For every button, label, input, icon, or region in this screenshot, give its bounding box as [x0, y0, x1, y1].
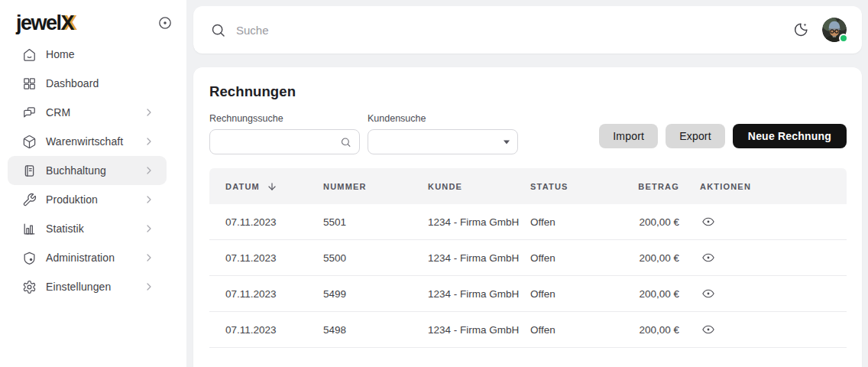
view-invoice-button[interactable] [700, 321, 717, 338]
chevron-right-icon [143, 164, 155, 177]
table-body: 07.11.2023 5501 1234 - Firma GmbH Offen … [209, 204, 847, 348]
user-avatar[interactable] [822, 18, 847, 42]
caret-down-icon [504, 140, 510, 144]
logo-row: jewelXX [0, 0, 186, 38]
sidebar-item-label: Produktion [46, 193, 134, 206]
chevron-right-icon [143, 135, 155, 148]
cell-betrag: 200,00 € [590, 216, 679, 228]
global-search-input[interactable] [236, 24, 789, 37]
page-title: Rechnungen [209, 83, 847, 100]
gear-icon [21, 279, 37, 294]
cell-nummer: 5498 [323, 324, 428, 336]
header-status[interactable]: STATUS [530, 182, 590, 191]
sidebar-item-administration[interactable]: Administration [8, 243, 167, 272]
sidebar-item-label: CRM [46, 106, 134, 119]
actions-group: Import Export Neue Rechnung [599, 124, 847, 148]
customer-search-field: Kundensuche [368, 113, 518, 154]
home-icon [21, 47, 37, 62]
cell-datum: 07.11.2023 [209, 252, 323, 264]
shield-icon [21, 250, 37, 265]
export-button[interactable]: Export [666, 124, 725, 148]
sidebar-item-label: Dashboard [46, 77, 134, 89]
view-invoice-button[interactable] [700, 285, 717, 302]
sidebar-item-label: Buchhaltung [46, 164, 134, 177]
sidebar-item-label: Administration [46, 252, 134, 264]
cell-status: Offen [530, 288, 590, 300]
arrow-down-icon [267, 181, 277, 192]
sidebar: jewelXX Home Dashboard CRM Warenwirtscha… [0, 0, 186, 367]
view-invoice-button[interactable] [700, 249, 717, 266]
table-row[interactable]: 07.11.2023 5499 1234 - Firma GmbH Offen … [209, 276, 847, 312]
sidebar-item-label: Einstellungen [46, 281, 134, 293]
main-area: Rechnungen Rechnungssuche Kundensuche [186, 0, 868, 367]
cell-datum: 07.11.2023 [209, 288, 323, 300]
wrench-icon [21, 192, 37, 207]
ledger-icon [21, 163, 37, 178]
package-icon [21, 134, 37, 149]
table-row[interactable]: 07.11.2023 5500 1234 - Firma GmbH Offen … [209, 240, 847, 276]
sidebar-item-einstellungen[interactable]: Einstellungen [8, 272, 167, 301]
chevron-right-icon [143, 193, 155, 206]
online-status-dot [839, 34, 848, 43]
eye-icon [701, 251, 715, 265]
cell-betrag: 200,00 € [590, 288, 679, 300]
moon-star-icon [792, 21, 809, 38]
sidebar-item-home[interactable]: Home [8, 40, 167, 69]
sidebar-nav: Home Dashboard CRM Warenwirtschaft Buchh… [0, 40, 186, 301]
cell-betrag: 200,00 € [590, 324, 679, 336]
chevron-right-icon [143, 222, 155, 235]
search-icon [340, 136, 351, 148]
cell-nummer: 5501 [323, 216, 428, 228]
cell-kunde: 1234 - Firma GmbH [428, 288, 530, 300]
bar-chart-icon [21, 221, 37, 236]
customer-search-select[interactable] [368, 129, 518, 154]
sidebar-item-produktion[interactable]: Produktion [8, 185, 167, 214]
customer-search-input[interactable] [368, 130, 517, 154]
search-icon [210, 22, 226, 38]
header-kunde[interactable]: KUNDE [428, 182, 530, 191]
header-aktionen: AKTIONEN [679, 182, 847, 191]
chevron-right-icon [143, 106, 155, 119]
cell-kunde: 1234 - Firma GmbH [428, 324, 530, 336]
table-header-row: DATUM NUMMER KUNDE STATUS BETRAG AKTIONE… [209, 168, 847, 204]
invoice-search-input[interactable] [210, 130, 359, 154]
table-row[interactable]: 07.11.2023 5501 1234 - Firma GmbH Offen … [209, 204, 847, 240]
dashboard-icon [21, 76, 37, 91]
dark-mode-toggle[interactable] [789, 18, 812, 41]
header-datum[interactable]: DATUM [209, 181, 323, 192]
sidebar-item-label: Warenwirtschaft [46, 135, 134, 148]
cell-betrag: 200,00 € [590, 252, 679, 264]
view-invoice-button[interactable] [700, 213, 717, 230]
invoices-card: Rechnungen Rechnungssuche Kundensuche [193, 67, 862, 367]
header-betrag[interactable]: BETRAG [590, 182, 679, 191]
filters-row: Rechnungssuche Kundensuche Import Export [209, 113, 847, 154]
sidebar-item-statistik[interactable]: Statistik [8, 214, 167, 243]
cell-status: Offen [530, 252, 590, 264]
eye-icon [701, 215, 715, 229]
eye-icon [701, 323, 715, 336]
cell-datum: 07.11.2023 [209, 324, 323, 336]
sidebar-collapse-button[interactable] [157, 15, 173, 31]
topbar [193, 6, 862, 54]
cell-datum: 07.11.2023 [209, 216, 323, 228]
logo-text: jewel [16, 11, 61, 34]
sidebar-item-warenwirtschaft[interactable]: Warenwirtschaft [8, 127, 167, 156]
sidebar-item-buchhaltung[interactable]: Buchhaltung [8, 156, 167, 185]
chevron-right-icon [143, 281, 155, 293]
sidebar-item-crm[interactable]: CRM [8, 98, 167, 127]
sidebar-item-label: Home [46, 48, 134, 60]
import-button[interactable]: Import [599, 124, 658, 148]
eye-icon [701, 287, 715, 300]
chevron-right-icon [143, 252, 155, 264]
invoice-search-field: Rechnungssuche [209, 113, 360, 154]
sidebar-item-label: Statistik [46, 222, 134, 235]
circle-dot-icon [157, 15, 173, 31]
sidebar-item-dashboard[interactable]: Dashboard [8, 69, 167, 98]
customer-search-label: Kundensuche [368, 113, 518, 124]
cell-status: Offen [530, 216, 590, 228]
header-nummer[interactable]: NUMMER [323, 182, 428, 191]
cell-nummer: 5500 [323, 252, 428, 264]
new-invoice-button[interactable]: Neue Rechnung [733, 124, 847, 148]
table-row[interactable]: 07.11.2023 5498 1234 - Firma GmbH Offen … [209, 312, 847, 348]
cell-kunde: 1234 - Firma GmbH [428, 252, 530, 264]
